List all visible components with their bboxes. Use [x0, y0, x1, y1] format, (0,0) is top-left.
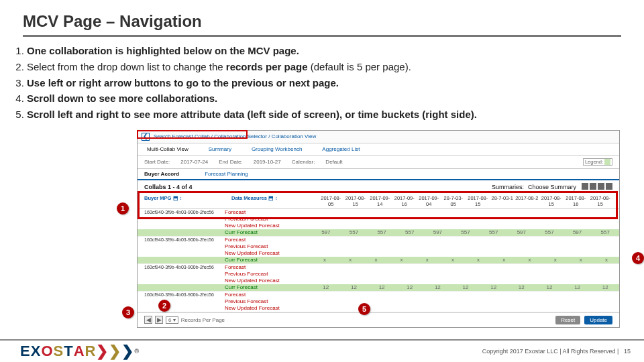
collab-row-4: 160cf940-3f9b-4b03-900b-2fec56Forecast P… — [138, 292, 619, 312]
bullet-3: Use left or right arrow buttons to go to… — [27, 76, 621, 90]
export-icons[interactable] — [580, 183, 612, 191]
title-rule — [23, 35, 621, 37]
tab-summary[interactable]: Summary — [209, 146, 231, 152]
metric-new: New Updated Forecast — [225, 223, 312, 229]
sub-tabs: Buyer Accord Forecast Planning — [138, 169, 619, 180]
calendar-label: Calendar: — [292, 159, 315, 165]
row-id-2: 160cf940-3f9b-4b03-900b-2fec56 — [138, 237, 225, 242]
callout-box-breadcrumb — [137, 130, 248, 139]
callout-5: 5 — [358, 303, 370, 315]
summaries-label: Summaries: — [492, 184, 524, 190]
row-values-597: 597557557557597557557597557597557 — [312, 229, 619, 235]
bullet-5: Scroll left and right to see more attrib… — [27, 107, 621, 122]
main-tabs: Multi-Collab View Summary Grouping Workb… — [138, 143, 619, 156]
prev-page-button[interactable]: ◀ — [144, 316, 152, 324]
row-id-3: 160cf940-3f9b-4b03-900b-2fec56 — [138, 265, 225, 269]
callout-3: 3 — [122, 306, 134, 318]
reset-button[interactable]: Reset — [555, 316, 580, 324]
tab-aggregated[interactable]: Aggregated List — [322, 146, 360, 152]
bullet-1: One collaboration is highlighted below o… — [27, 44, 621, 58]
copyright: Copyright 2017 Exostar LLC | All Rights … — [482, 348, 631, 355]
bullet-2: Select from the drop down list to change… — [27, 60, 621, 74]
page-number: 15 — [624, 348, 631, 355]
metric-curr: Curr Forecast — [225, 229, 312, 235]
exostar-logo: EXOSTAR ❯❯❯® — [20, 343, 139, 360]
end-date-value[interactable]: 2019-10-27 — [254, 159, 281, 165]
calendar-value[interactable]: Default — [325, 159, 342, 165]
subtab-buyer-accord[interactable]: Buyer Accord — [144, 171, 179, 177]
tab-grouping[interactable]: Grouping Workbench — [252, 146, 302, 152]
page-title: MCV Page – Navigation — [23, 12, 621, 31]
collab-count: Collabs 1 - 4 of 4 — [144, 184, 193, 190]
start-date-label: Start Date: — [144, 159, 170, 165]
row-id-4: 160cf940-3f9b-4b03-900b-2fec56 — [138, 292, 225, 297]
start-date-value[interactable]: 2017-07-24 — [180, 159, 208, 165]
callout-2: 2 — [158, 300, 170, 312]
callout-4: 4 — [632, 252, 644, 264]
subtab-forecast-planning[interactable]: Forecast Planning — [205, 171, 248, 177]
legend[interactable]: Legend: — [583, 158, 612, 166]
collab-row-3: 160cf940-3f9b-4b03-900b-2fec56Forecast P… — [138, 264, 619, 292]
collab-row-2: 160cf940-3f9b-4b03-900b-2fec56Forecast P… — [138, 237, 619, 264]
pager-footer: ◀ ▶ 6 ▾ Records Per Page Reset Update — [138, 312, 619, 327]
highlight-box-1 — [138, 191, 618, 219]
next-page-button[interactable]: ▶ — [155, 316, 163, 324]
app-screenshot: ❮ Search Forecast Collab / Collaboration… — [137, 130, 620, 328]
filter-bar: Start Date: 2017-07-24 End Date: 2019-10… — [138, 156, 619, 169]
slide-footer: EXOSTAR ❯❯❯® Copyright 2017 Exostar LLC … — [0, 339, 644, 362]
records-per-page-label: Records Per Page — [181, 317, 225, 323]
update-button[interactable]: Update — [584, 316, 612, 324]
records-per-page-select[interactable]: 6 ▾ — [166, 316, 178, 324]
tab-mcv[interactable]: Multi-Collab View — [147, 146, 189, 152]
callout-1: 1 — [117, 202, 129, 215]
screenshot-container: ❮ Search Forecast Collab / Collaboration… — [137, 130, 620, 328]
instruction-list: One collaboration is highlighted below o… — [27, 44, 621, 122]
bullet-4: Scroll down to see more collaborations. — [27, 91, 621, 106]
choose-summary[interactable]: Choose Summary — [528, 184, 576, 190]
end-date-label: End Date: — [219, 159, 243, 165]
